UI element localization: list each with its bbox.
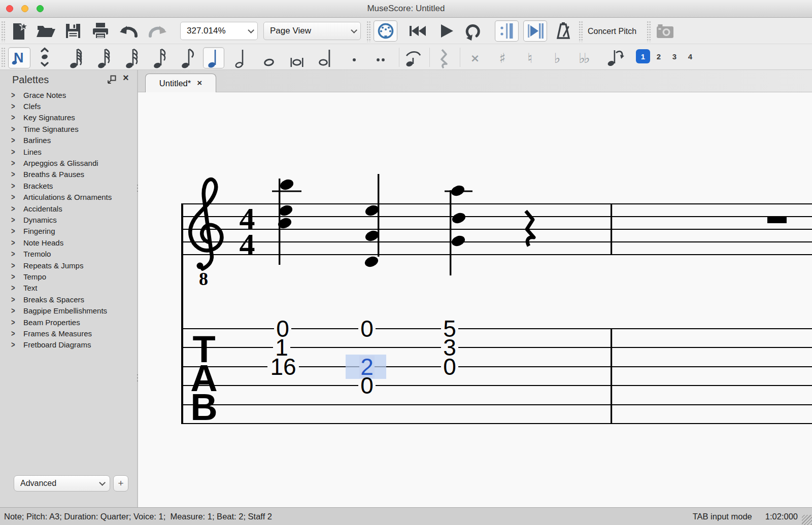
double-dot-button[interactable]: [369, 47, 392, 68]
palette-item-label: Tempo: [23, 272, 46, 281]
palette-item-fretboard[interactable]: >Fretboard Diagrams: [0, 339, 137, 351]
palette-item-breaths[interactable]: >Breaths & Pauses: [0, 169, 137, 180]
palette-item-bagpipe[interactable]: >Bagpipe Embellishments: [0, 305, 137, 317]
metronome-button[interactable]: [552, 20, 574, 42]
augmentation-dot-button[interactable]: [343, 47, 365, 68]
undo-button[interactable]: [118, 20, 140, 42]
note-128th-button[interactable]: [65, 47, 87, 68]
fret-number[interactable]: 0: [443, 354, 456, 380]
play-repeats-toggle[interactable]: [495, 20, 519, 42]
view-mode-select[interactable]: Page View: [263, 22, 361, 40]
palette-item-label: Brackets: [23, 182, 53, 190]
note-64th-button[interactable]: [93, 47, 115, 68]
chevron-right-icon: >: [11, 170, 23, 180]
double-sharp-button[interactable]: ×: [464, 47, 486, 68]
palette-item-arpeggios[interactable]: >Arpeggios & Glissandi: [0, 157, 137, 168]
save-button[interactable]: [62, 20, 84, 42]
toolbar-drag-handle[interactable]: [1, 47, 6, 67]
flat-button[interactable]: ♭: [546, 47, 568, 68]
palette-item-label: Note Heads: [23, 238, 63, 247]
note-input-mode-button[interactable]: N: [8, 47, 30, 68]
rewind-button[interactable]: [406, 20, 428, 42]
redo-button[interactable]: [146, 20, 168, 42]
voice-1-button[interactable]: 1: [636, 49, 650, 63]
quarter-rest-icon: [436, 47, 451, 68]
add-workspace-button[interactable]: +: [113, 475, 128, 492]
chevron-right-icon: >: [11, 204, 23, 214]
palette-item-key-signatures[interactable]: >Key Signatures: [0, 112, 137, 123]
window-resize-grip[interactable]: [802, 515, 812, 525]
palette-item-beam-properties[interactable]: >Beam Properties: [0, 317, 137, 328]
tab-clef[interactable]: T A B: [190, 328, 217, 428]
zoom-level-select[interactable]: 327.014%: [180, 22, 258, 40]
palette-item-grace-notes[interactable]: >Grace Notes: [0, 89, 137, 100]
flip-direction-button[interactable]: [604, 47, 626, 68]
clef-octave-8: 8: [199, 269, 208, 289]
palette-item-dynamics[interactable]: >Dynamics: [0, 214, 137, 225]
half-rest[interactable]: [767, 217, 787, 223]
open-file-button[interactable]: [35, 20, 57, 42]
palette-item-breaks[interactable]: >Breaks & Spacers: [0, 294, 137, 305]
note-eighth-button[interactable]: [177, 47, 199, 68]
treble-clef-icon[interactable]: [190, 180, 222, 269]
palette-item-text[interactable]: >Text: [0, 283, 137, 294]
score-canvas[interactable]: 8 4 4: [138, 92, 812, 507]
concert-pitch-button[interactable]: Concert Pitch: [588, 18, 636, 44]
rest-button[interactable]: [432, 47, 455, 68]
palette-item-label: Fretboard Diagrams: [23, 340, 91, 349]
play-button[interactable]: [434, 20, 457, 42]
new-score-button[interactable]: [8, 20, 30, 42]
note-quarter-button[interactable]: [203, 47, 224, 68]
palette-item-repeats[interactable]: >Repeats & Jumps: [0, 260, 137, 271]
midi-input-toggle[interactable]: [374, 20, 397, 42]
palette-item-barlines[interactable]: >Barlines: [0, 135, 137, 146]
measure-barline-treble[interactable]: [611, 203, 612, 255]
voice-3-button[interactable]: 3: [667, 49, 682, 63]
palette-item-clefs[interactable]: >Clefs: [0, 100, 137, 112]
toolbar-drag-handle[interactable]: [1, 21, 6, 42]
palette-item-frames[interactable]: >Frames & Measures: [0, 328, 137, 339]
tie-button[interactable]: [402, 47, 424, 68]
tab-untitled[interactable]: Untitled* ×: [145, 74, 216, 92]
palette-item-articulations[interactable]: >Articulations & Ornaments: [0, 192, 137, 203]
fret-number[interactable]: 0: [360, 372, 374, 399]
palette-item-note-heads[interactable]: >Note Heads: [0, 237, 137, 248]
double-flat-button[interactable]: ♭♭: [572, 47, 595, 68]
chord-1[interactable]: [272, 178, 301, 265]
image-capture-button[interactable]: [654, 20, 676, 42]
note-whole-button[interactable]: [258, 47, 280, 68]
note-16th-button[interactable]: [149, 47, 171, 68]
natural-button[interactable]: ♮: [519, 47, 541, 68]
palette-item-brackets[interactable]: >Brackets: [0, 180, 137, 191]
palette-item-label: Tremolo: [23, 250, 51, 258]
palette-item-lines[interactable]: >Lines: [0, 146, 137, 157]
note-breve-button[interactable]: [286, 47, 308, 68]
voice-4-button[interactable]: 4: [683, 49, 697, 63]
fret-number[interactable]: 0: [360, 316, 374, 342]
palette-item-fingering[interactable]: >Fingering: [0, 226, 137, 237]
score-tab-bar: Untitled* ×: [138, 70, 812, 92]
loop-playback-button[interactable]: [462, 20, 484, 42]
palette-item-tremolo[interactable]: >Tremolo: [0, 249, 137, 260]
palette-item-time-signatures[interactable]: >Time Signatures: [0, 123, 137, 134]
note-pitch-selector[interactable]: [38, 47, 52, 68]
note-longa-button[interactable]: [314, 47, 336, 68]
note-half-button[interactable]: [230, 47, 252, 68]
palette-item-tempo[interactable]: >Tempo: [0, 271, 137, 282]
voice-4-label: 4: [688, 52, 692, 61]
fret-number[interactable]: 16: [270, 354, 296, 380]
note-longa-icon: [316, 47, 333, 69]
pan-score-toggle[interactable]: [523, 20, 547, 42]
close-panel-button[interactable]: ×: [123, 72, 129, 84]
voice-2-button[interactable]: 2: [652, 49, 666, 63]
toolbar-separator: [647, 21, 651, 42]
palette-item-accidentals[interactable]: >Accidentals: [0, 203, 137, 214]
sharp-button[interactable]: ♯: [491, 47, 514, 68]
measure-barline-tab[interactable]: [611, 328, 612, 424]
close-tab-icon[interactable]: ×: [197, 78, 202, 88]
time-signature[interactable]: 4 4: [240, 201, 255, 262]
note-32nd-button[interactable]: [121, 47, 143, 68]
undock-panel-button[interactable]: [108, 75, 116, 84]
print-button[interactable]: [89, 20, 112, 42]
workspace-select[interactable]: Advanced: [14, 475, 110, 492]
